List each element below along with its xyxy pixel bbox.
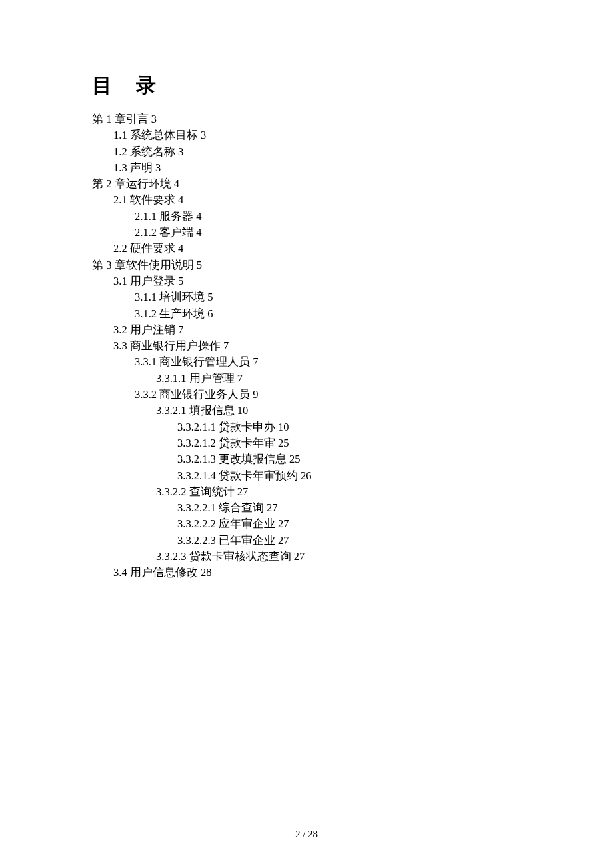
toc-title: 目 录 [92, 72, 546, 99]
toc-entry: 3.3.2.1.4 贷款卡年审预约 26 [177, 468, 546, 484]
toc-entry: 3.3 商业银行用户操作 7 [113, 338, 546, 354]
toc-entry: 3.3.1 商业银行管理人员 7 [135, 354, 546, 370]
toc-entry: 3.3.2.1.1 贷款卡申办 10 [177, 419, 546, 435]
toc-entry: 3.3.2.2.2 应年审企业 27 [177, 516, 546, 532]
toc-entry: 3.3.2.1.3 更改填报信息 25 [177, 451, 546, 467]
toc-entry: 3.3.2.1 填报信息 10 [156, 403, 546, 419]
toc-list: 第 1 章引言 31.1 系统总体目标 31.2 系统名称 31.3 声明 3第… [92, 111, 546, 581]
toc-entry: 3.1.1 培训环境 5 [135, 289, 546, 305]
toc-entry: 3.3.2.2.3 已年审企业 27 [177, 533, 546, 549]
toc-entry: 3.2 用户注销 7 [113, 322, 546, 338]
toc-entry: 3.3.2.2 查询统计 27 [156, 484, 546, 500]
toc-entry: 2.2 硬件要求 4 [113, 241, 546, 257]
toc-entry: 2.1 软件要求 4 [113, 192, 546, 208]
toc-entry: 第 2 章运行环境 4 [92, 176, 546, 192]
toc-entry: 2.1.2 客户端 4 [135, 225, 546, 241]
toc-entry: 3.1 用户登录 5 [113, 273, 546, 289]
toc-entry: 3.4 用户信息修改 28 [113, 565, 546, 581]
toc-entry: 1.3 声明 3 [113, 160, 546, 176]
page-number: 2 / 28 [0, 829, 613, 840]
toc-entry: 第 1 章引言 3 [92, 111, 546, 127]
toc-entry: 第 3 章软件使用说明 5 [92, 257, 546, 273]
toc-entry: 3.3.2.1.2 贷款卡年审 25 [177, 435, 546, 451]
toc-entry: 3.3.2.2.1 综合查询 27 [177, 500, 546, 516]
toc-entry: 3.3.2.3 贷款卡审核状态查询 27 [156, 549, 546, 565]
toc-entry: 3.3.2 商业银行业务人员 9 [135, 387, 546, 403]
toc-entry: 3.1.2 生产环境 6 [135, 306, 546, 322]
toc-entry: 1.2 系统名称 3 [113, 144, 546, 160]
toc-entry: 1.1 系统总体目标 3 [113, 127, 546, 143]
toc-entry: 2.1.1 服务器 4 [135, 209, 546, 225]
toc-entry: 3.3.1.1 用户管理 7 [156, 371, 546, 387]
document-page: 目 录 第 1 章引言 31.1 系统总体目标 31.2 系统名称 31.3 声… [0, 0, 613, 868]
